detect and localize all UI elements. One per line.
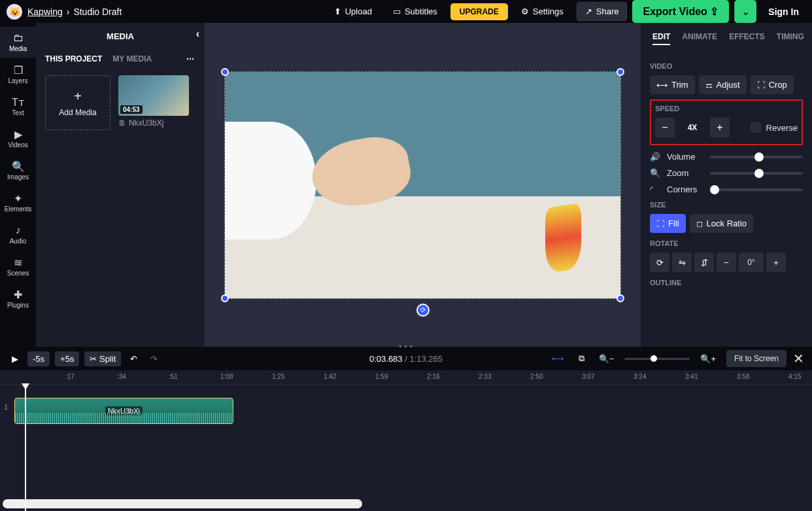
share-button[interactable]: ↗ Share	[577, 2, 628, 21]
subtitles-label: Subtitles	[405, 7, 437, 16]
ruler-tick: 3:24	[634, 373, 646, 380]
rail-plugins[interactable]: ✚Plugins	[0, 283, 36, 314]
flip-h-button[interactable]: ⇋	[672, 253, 692, 272]
resize-handle-tr[interactable]	[617, 68, 624, 76]
crop-button[interactable]: ⛶Crop	[751, 75, 794, 94]
scenes-icon: ≋	[14, 256, 22, 268]
media-tabs: THIS PROJECT MY MEDIA ⋯	[36, 49, 205, 69]
tab-timing[interactable]: TIMING	[777, 32, 804, 45]
tab-this-project[interactable]: THIS PROJECT	[45, 54, 102, 63]
minus-icon: −	[724, 258, 729, 268]
adjust-button[interactable]: ⚎Adjust	[699, 75, 747, 94]
clip-name-label: NkxU3bXj	[129, 118, 163, 128]
undo-button[interactable]: ↶	[126, 351, 141, 366]
speed-label: SPEED	[655, 105, 798, 113]
rail-label: Text	[12, 109, 24, 116]
time-display: 0:03.683 / 1:13.265	[369, 354, 443, 364]
rail-layers[interactable]: ❐Layers	[0, 59, 36, 90]
rotate-cw-button[interactable]: ⟳	[650, 253, 669, 272]
ruler-tick: :34	[117, 373, 126, 380]
upload-button[interactable]: ⬆ Upload	[326, 3, 380, 20]
scrollbar[interactable]	[3, 499, 362, 508]
timeline-zoom-slider[interactable]	[624, 358, 690, 360]
trim-button[interactable]: ⟷Trim	[650, 75, 695, 94]
media-clip[interactable]: 04:53 🗎 NkxU3bXj	[118, 75, 189, 130]
resize-handle-tl[interactable]	[221, 68, 229, 76]
clip-name: 🗎 NkxU3bXj	[118, 118, 189, 128]
speed-increase-button[interactable]: +	[710, 118, 730, 137]
rail-audio[interactable]: ♪Audio	[0, 219, 36, 250]
fill-icon: ⛶	[656, 219, 664, 228]
rail-elements[interactable]: ✦Elements	[0, 187, 36, 218]
resize-handle-bl[interactable]	[221, 294, 229, 302]
reverse-toggle[interactable]: Reverse	[751, 122, 798, 133]
magnet-button[interactable]: ⧉	[575, 351, 588, 366]
images-icon: 🔍	[12, 160, 25, 172]
rotate-degrees[interactable]: 0°	[739, 253, 764, 272]
playhead[interactable]	[25, 385, 26, 511]
export-button[interactable]: Export Video ⇪	[632, 0, 729, 23]
right-body: VIDEO ⟷Trim ⚎Adjust ⛶Crop SPEED − 4X + R…	[641, 52, 812, 347]
media-more-icon[interactable]: ⋯	[186, 54, 195, 63]
rotate-handle[interactable]: ⟳	[416, 304, 430, 317]
settings-button[interactable]: ⚙ Settings	[513, 3, 571, 20]
speed-decrease-button[interactable]: −	[655, 118, 675, 137]
rotate-cw-icon: ⟳	[656, 258, 664, 268]
lock-ratio-button[interactable]: ◻Lock Ratio	[690, 214, 753, 233]
brand-link[interactable]: Kapwing	[27, 7, 63, 17]
rail-images[interactable]: 🔍Images	[0, 155, 36, 186]
export-dropdown[interactable]: ⌄	[734, 0, 756, 23]
rail-media[interactable]: 🗀Media	[0, 27, 36, 58]
rail-scenes[interactable]: ≋Scenes	[0, 251, 36, 282]
timeline-ruler[interactable]: :17:34:511:081:251:421:592:162:332:503:0…	[0, 370, 812, 385]
fill-button[interactable]: ⛶Fill	[650, 214, 686, 233]
tab-effects[interactable]: EFFECTS	[729, 32, 765, 45]
timeline[interactable]: :17:34:511:081:251:421:592:162:332:503:0…	[0, 370, 812, 511]
reverse-checkbox[interactable]	[751, 122, 761, 133]
rotate-decrease-button[interactable]: −	[717, 253, 736, 272]
plus-icon: +	[717, 122, 722, 133]
subtitles-button[interactable]: ▭ Subtitles	[385, 3, 445, 20]
tab-edit[interactable]: EDIT	[652, 32, 670, 45]
rotate-increase-button[interactable]: +	[766, 253, 786, 272]
tab-animate[interactable]: ANIMATE	[682, 32, 717, 45]
close-timeline-button[interactable]: ✕	[793, 351, 804, 366]
flip-v-icon: ⇵	[701, 258, 708, 268]
corners-icon: ◜	[650, 185, 660, 194]
split-button[interactable]: ✂ Split	[84, 351, 121, 366]
chevron-right-icon: ›	[67, 7, 70, 17]
flip-v-button[interactable]: ⇵	[694, 253, 714, 272]
export-icon: ⇪	[710, 6, 719, 17]
canvas[interactable]: ⟳	[205, 23, 641, 347]
back-5s-button[interactable]: -5s	[27, 351, 50, 366]
fit-to-screen-button[interactable]: Fit to Screen	[726, 350, 787, 367]
rail-text[interactable]: TᴛText	[0, 91, 36, 122]
rail-videos[interactable]: ▶Videos	[0, 123, 36, 154]
upgrade-button[interactable]: UPGRADE	[450, 3, 508, 20]
left-rail: 🗀Media ❐Layers TᴛText ▶Videos 🔍Images ✦E…	[0, 23, 36, 347]
resize-handle-br[interactable]	[617, 294, 624, 302]
resize-handle-icon[interactable]: • • •	[399, 343, 413, 350]
redo-button[interactable]: ↷	[146, 351, 161, 366]
logo-icon[interactable]: 😺	[7, 4, 22, 20]
forward-5s-button[interactable]: +5s	[55, 351, 79, 366]
flip-h-icon: ⇋	[679, 258, 686, 268]
zoom-out-button[interactable]: 🔍−	[595, 351, 618, 366]
add-media-button[interactable]: + Add Media	[45, 75, 110, 130]
track-area[interactable]: 1 NkxU3bXj	[0, 385, 812, 511]
selected-clip-frame[interactable]: ⟳	[225, 72, 620, 298]
corners-slider[interactable]	[710, 188, 803, 191]
project-name[interactable]: Studio Draft	[73, 7, 122, 17]
timeline-clip[interactable]: NkxU3bXj	[14, 398, 233, 424]
ruler-tick: 4:15	[788, 373, 801, 380]
tab-my-media[interactable]: MY MEDIA	[112, 54, 152, 63]
volume-slider[interactable]	[710, 156, 803, 158]
settings-label: Settings	[533, 7, 564, 16]
play-button[interactable]: ▶	[8, 351, 22, 366]
share-icon: ↗	[585, 7, 592, 16]
zoom-in-button[interactable]: 🔍+	[696, 351, 720, 366]
collapse-panel-icon[interactable]: ‹	[196, 28, 199, 40]
signin-button[interactable]: Sign In	[762, 3, 805, 21]
snap-button[interactable]: ⟷	[548, 351, 568, 366]
zoom-slider[interactable]	[710, 172, 803, 175]
